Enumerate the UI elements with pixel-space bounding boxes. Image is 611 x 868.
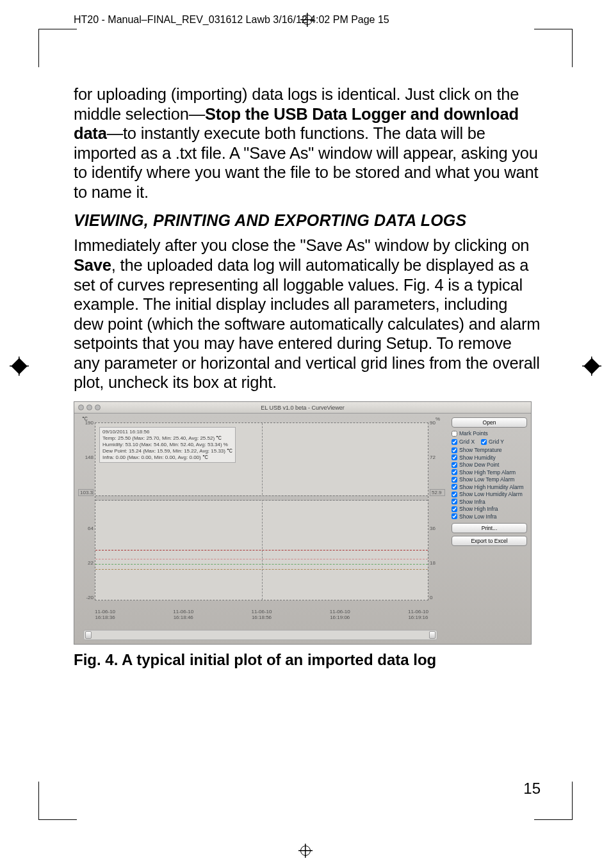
close-icon[interactable] <box>78 405 84 410</box>
yl3: 64 <box>78 526 94 531</box>
show-highinfra-checkbox[interactable]: Show High Infra <box>452 506 527 512</box>
tt-l3: Humidity: 53.10 (Max: 54.60, Min: 52.40,… <box>102 442 232 448</box>
tt-l5: Infra: 0.00 (Max: 0.00, Min: 0.00, Avg: … <box>102 454 232 461</box>
gridy-checkbox[interactable]: Grid Y <box>481 438 504 445</box>
print-button[interactable]: Print... <box>452 523 527 533</box>
show-temp-checkbox[interactable]: Show Temprature <box>452 447 527 453</box>
yr5: 0 <box>430 595 445 600</box>
registration-right <box>584 358 599 374</box>
show-highhum-alarm-checkbox[interactable]: Show High Humidity Alarm <box>452 484 527 490</box>
print-header: HT20 - Manual–FINAL_REV_031612 Lawb 3/16… <box>74 13 541 27</box>
plot-canvas[interactable]: 09/10/2011 16:18:56 Temp: 25.50 (Max: 25… <box>95 422 428 600</box>
registration-top-icon <box>300 13 314 27</box>
horizontal-scrollbar[interactable] <box>83 630 437 640</box>
zoom-icon[interactable] <box>95 405 101 410</box>
tt-l1: 09/10/2011 16:18:56 <box>102 429 232 435</box>
yl0: 190 <box>78 420 94 426</box>
registration-left <box>12 358 27 374</box>
gx-label: Grid X <box>459 438 475 445</box>
tt-l2: Temp: 25.50 (Max: 25.70, Min: 25.40, Avg… <box>102 435 232 442</box>
p2a: Immediately after you close the "Save As… <box>74 236 529 254</box>
show-humidity-checkbox[interactable]: Show Humidity <box>452 454 527 461</box>
open-button[interactable]: Open <box>452 417 527 428</box>
x0b: 16:18:36 <box>95 615 115 620</box>
y-axis-left: 190 148 103.3 64 22 -20 <box>78 420 94 600</box>
plot-area[interactable]: ℃ % 190 148 103.3 64 22 -20 90 72 52.9 <box>77 416 446 625</box>
show-hightemp-alarm-checkbox[interactable]: Show High Temp Alarm <box>452 469 527 476</box>
window-title: EL USB v1.0 beta - CurveViewer <box>261 405 345 411</box>
yr3: 36 <box>430 526 445 531</box>
yr4: 18 <box>430 560 445 566</box>
yl2: 103.3 <box>78 489 94 496</box>
yr1: 72 <box>430 454 445 460</box>
x3b: 16:19:06 <box>330 615 350 620</box>
yl4: 22 <box>78 560 94 566</box>
mark-label: Mark Points <box>459 430 488 437</box>
x3a: 11-06-10 <box>330 609 350 615</box>
curveviewer-window: EL USB v1.0 beta - CurveViewer ℃ % 190 1… <box>74 401 532 645</box>
window-titlebar[interactable]: EL USB v1.0 beta - CurveViewer <box>74 402 531 414</box>
paragraph-1: for uploading (importing) data logs is i… <box>74 84 541 202</box>
x1b: 16:18:46 <box>174 615 193 620</box>
scroll-handle-left[interactable] <box>85 631 92 639</box>
show-dewpoint-checkbox[interactable]: Show Dew Point <box>452 462 527 468</box>
y-axis-right: 90 72 52.9 36 18 0 <box>430 420 445 600</box>
minimize-icon[interactable] <box>86 405 92 410</box>
scroll-handle-right[interactable] <box>429 631 436 639</box>
mark-points-checkbox[interactable]: Mark Points <box>452 430 527 437</box>
infra-curve <box>95 569 428 570</box>
registration-bottom <box>298 844 313 860</box>
show-lowtemp-alarm-checkbox[interactable]: Show Low Temp Alarm <box>452 476 527 483</box>
side-panel: Open Mark Points Grid X Grid Y Show Temp… <box>449 414 531 625</box>
gy-label: Grid Y <box>489 438 504 445</box>
p1c: —to instantly execute both functions. Th… <box>74 124 538 201</box>
alarm-band <box>95 495 428 501</box>
show-lowinfra-checkbox[interactable]: Show Low Infra <box>452 513 527 520</box>
tt-l4: Dew Point: 15.24 (Max: 15.59, Min: 15.22… <box>102 448 232 454</box>
crop-mark-tl <box>38 29 77 67</box>
paragraph-2: Immediately after you close the "Save As… <box>74 236 541 392</box>
x0a: 11-06-10 <box>95 609 115 615</box>
yl1: 148 <box>78 454 94 460</box>
section-heading: VIEWING, PRINTING AND EXPORTING DATA LOG… <box>74 211 541 230</box>
x1a: 11-06-10 <box>173 609 193 615</box>
crop-mark-bl <box>38 782 77 820</box>
header-text: HT20 - Manual–FINAL_REV_031612 Lawb 3/16… <box>74 14 389 26</box>
x2a: 11-06-10 <box>251 609 272 615</box>
show-infra-checkbox[interactable]: Show Infra <box>452 499 527 505</box>
humidity-curve <box>95 559 428 559</box>
x4a: 11-06-10 <box>408 609 428 615</box>
x-axis: 11-06-1016:18:36 11-06-1016:18:46 11-06-… <box>95 609 428 621</box>
p2c: , the uploaded data log will automatical… <box>74 256 540 392</box>
p2b: Save <box>74 256 111 274</box>
x2b: 16:18:56 <box>252 615 272 620</box>
temp-curve <box>95 550 428 551</box>
plot-tooltip: 09/10/2011 16:18:56 Temp: 25.50 (Max: 25… <box>99 427 236 463</box>
export-excel-button[interactable]: Export to Excel <box>452 536 527 546</box>
x4b: 16:19:16 <box>408 615 428 620</box>
yl5: -20 <box>78 595 94 600</box>
page-number: 15 <box>523 780 541 798</box>
show-lowhum-alarm-checkbox[interactable]: Show Low Humidity Alarm <box>452 491 527 497</box>
gridx-checkbox[interactable]: Grid X <box>452 438 475 445</box>
cursor-line <box>262 423 263 600</box>
yr0: 90 <box>430 420 445 426</box>
figure-caption: Fig. 4. A typical initial plot of an imp… <box>74 651 541 669</box>
crop-mark-tr <box>534 29 573 67</box>
yr2: 52.9 <box>430 489 445 496</box>
dewpoint-curve <box>95 564 428 565</box>
